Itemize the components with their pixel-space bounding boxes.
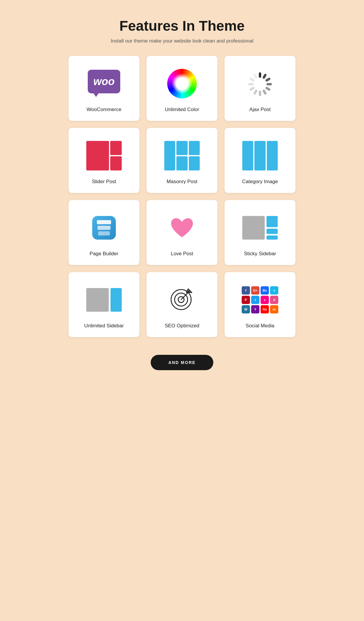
love-post-icon	[164, 210, 200, 246]
dribbble-icon: d	[270, 296, 278, 304]
unlimited-sidebar-icon	[86, 282, 122, 318]
soundcloud-icon: in	[270, 305, 278, 313]
twitter-icon: t	[251, 296, 259, 304]
feature-label-unlimited-color: Unlimited Color	[165, 107, 199, 113]
facebook-icon: f	[242, 286, 250, 295]
page-subtitle: Install our theme make your website look…	[111, 38, 254, 44]
page-title: Features In Theme	[111, 18, 254, 34]
feature-card-page-builder: Page Builder	[69, 200, 139, 265]
behance-icon: Be	[261, 286, 269, 295]
feature-label-category-image: Category Image	[242, 179, 278, 185]
feature-label-sticky-sidebar: Sticky Sidebar	[244, 251, 276, 257]
social-media-icon: f G+ Be v P t z d W Y fm in	[242, 282, 278, 318]
feature-label-seo-optimized: SEO Optimized	[165, 323, 199, 329]
masonry-post-icon	[164, 138, 200, 173]
feature-card-seo-optimized: SEO Optimized	[147, 272, 217, 337]
feature-label-ajax-post: Ajax Post	[249, 107, 271, 113]
unlimited-color-icon	[164, 66, 200, 101]
woocommerce-icon: woo	[86, 66, 122, 101]
page-header: Features In Theme Install our theme make…	[111, 18, 254, 44]
feature-card-masonry-post: Masonry Post	[147, 128, 217, 193]
feature-label-unlimited-sidebar: Unlimited Sidebar	[84, 323, 124, 329]
feature-card-sticky-sidebar: Sticky Sidebar	[225, 200, 295, 265]
flickr-icon: z	[261, 296, 269, 304]
lastfm-icon: fm	[261, 305, 269, 313]
yahoo-icon: Y	[251, 305, 259, 313]
feature-card-social-media: f G+ Be v P t z d W Y fm in Social Media	[225, 272, 295, 337]
page-builder-icon	[86, 210, 122, 246]
feature-label-love-post: Love Post	[171, 251, 193, 257]
category-image-icon	[242, 138, 278, 173]
features-grid: woo WooCommerce Unlimited Color Ajax Pos…	[69, 56, 295, 337]
vimeo-icon: v	[270, 286, 278, 295]
feature-label-slider-post: Slider Post	[92, 179, 116, 185]
feature-card-slider-post: Slider Post	[69, 128, 139, 193]
feature-label-woocommerce: WooCommerce	[87, 107, 121, 113]
and-more-button[interactable]: AND MORE	[151, 355, 213, 370]
googleplus-icon: G+	[251, 286, 259, 295]
feature-card-category-image: Category Image	[225, 128, 295, 193]
feature-card-unlimited-color: Unlimited Color	[147, 56, 217, 121]
feature-card-unlimited-sidebar: Unlimited Sidebar	[69, 272, 139, 337]
feature-label-page-builder: Page Builder	[90, 251, 118, 257]
slider-post-icon	[86, 138, 122, 173]
feature-card-ajax-post: Ajax Post	[225, 56, 295, 121]
feature-card-love-post: Love Post	[147, 200, 217, 265]
ajax-post-icon	[242, 66, 278, 101]
sticky-sidebar-icon	[242, 210, 278, 246]
feature-label-masonry-post: Masonry Post	[167, 179, 197, 185]
feature-label-social-media: Social Media	[246, 323, 274, 329]
feature-card-woocommerce: woo WooCommerce	[69, 56, 139, 121]
seo-optimized-icon	[164, 282, 200, 318]
wordpress-icon: W	[242, 305, 250, 313]
pinterest-icon: P	[242, 296, 250, 304]
